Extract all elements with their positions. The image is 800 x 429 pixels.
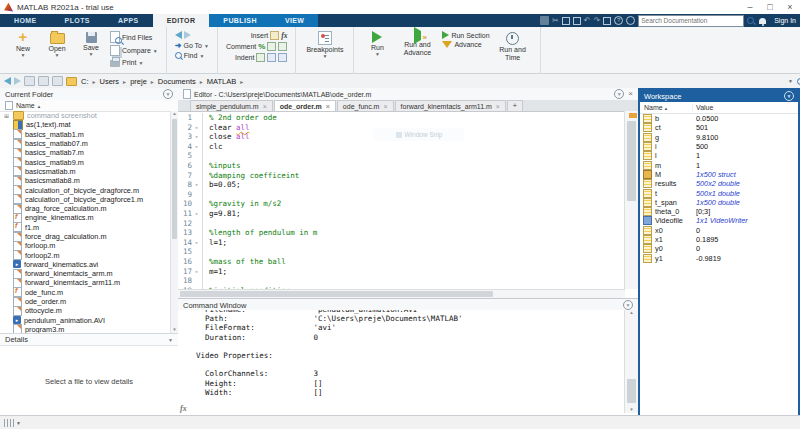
find-files-button[interactable]: Find Files (110, 31, 158, 43)
comment-icon[interactable]: % (258, 42, 265, 51)
nav-forward-icon[interactable] (14, 77, 21, 85)
back-icon[interactable] (175, 31, 182, 39)
editor-close-icon[interactable]: × (628, 90, 633, 98)
run-section-button[interactable]: Run Section (442, 31, 489, 39)
find-button[interactable]: Find▼ (175, 52, 209, 59)
file-row[interactable]: f1.m (0, 223, 171, 232)
workspace-row[interactable]: t_span1x500 double (640, 198, 798, 207)
status-layout-icon[interactable] (4, 419, 14, 427)
panel-menu-icon[interactable]: ▼ (163, 89, 173, 99)
insert-section-icon[interactable] (270, 31, 279, 40)
workspace-row[interactable]: M1x500 struct (640, 170, 798, 179)
close-tab-icon[interactable]: × (263, 103, 267, 110)
goto-button[interactable]: ➜Go To▼ (175, 41, 209, 50)
function-hints-fx-icon[interactable]: fx (180, 404, 187, 413)
paste-icon[interactable] (573, 17, 581, 25)
maximize-icon[interactable]: □ (760, 1, 780, 14)
file-row[interactable]: forloop2.m (0, 250, 171, 259)
file-row[interactable]: basics_matlab9.m (0, 157, 171, 166)
open-button[interactable]: Open▼ (40, 29, 74, 58)
print-button[interactable]: Print▼ (110, 58, 158, 67)
file-row[interactable]: forward_kinemtacis_arm11.m (0, 278, 171, 287)
sign-in-link[interactable]: Sign In (774, 17, 796, 24)
compare-button[interactable]: Compare▼ (110, 45, 158, 56)
editor-tab[interactable]: forward_kinemtacis_arm11.m× (395, 100, 506, 111)
breadcrumb-segment[interactable]: Users (99, 77, 121, 86)
indent-right-icon[interactable] (267, 53, 276, 62)
switch-windows-icon[interactable] (603, 17, 611, 25)
workspace-row[interactable]: Videofile1x1 VideoWriter (640, 216, 798, 225)
run-and-advance-button[interactable]: » Run and Advance (394, 29, 440, 58)
file-row[interactable]: basicsmatlab8.m (0, 176, 171, 185)
file-row[interactable]: ▸pendulum_animation.AVI (0, 316, 171, 325)
notification-bell-icon[interactable] (759, 18, 766, 24)
file-row[interactable]: ottocycle.m (0, 306, 171, 315)
community-icon[interactable] (626, 16, 635, 25)
search-documentation-input[interactable] (638, 15, 744, 27)
ribbon-tab-editor[interactable]: EDITOR (153, 14, 210, 27)
command-window-scrollbar[interactable]: ▲ ▼ (624, 310, 638, 413)
quick-save-icon[interactable] (540, 16, 549, 25)
nav-back-icon[interactable] (4, 77, 11, 85)
smart-indent-icon[interactable] (256, 53, 265, 62)
details-header[interactable]: Details ▼ (0, 333, 178, 346)
file-row[interactable]: basics_matlab1.m (0, 130, 171, 139)
workspace-row[interactable]: m1 (640, 160, 798, 169)
editor-panel-menu-icon[interactable]: ▼ (614, 89, 624, 99)
ribbon-tab-plots[interactable]: PLOTS (51, 14, 104, 27)
close-icon[interactable]: × (780, 1, 800, 14)
workspace-row[interactable]: x00 (640, 226, 798, 235)
file-row[interactable]: drag_force_calculation.m (0, 204, 171, 213)
uncomment-icon[interactable] (267, 42, 276, 51)
workspace-row[interactable]: x10.1895 (640, 235, 798, 244)
workspace-column-headers[interactable]: Name▴ Value (640, 102, 798, 114)
close-tab-icon[interactable]: × (496, 103, 500, 110)
file-row[interactable]: engine_kinematics.m (0, 213, 171, 222)
code-analyzer-warning-marker[interactable] (629, 113, 637, 118)
file-list-scrollbar[interactable]: ▲ ▼ (170, 111, 178, 333)
file-row[interactable]: ⊞command screenshot (0, 111, 171, 120)
search-icon[interactable] (747, 17, 754, 24)
wrap-comments-icon[interactable] (278, 42, 287, 51)
file-row[interactable]: forloop.m (0, 241, 171, 250)
workspace-row[interactable]: results500x2 double (640, 179, 798, 188)
workspace-row[interactable]: i500 (640, 142, 798, 151)
help-icon[interactable]: ? (614, 16, 623, 25)
insert-row[interactable]: Insertfx (251, 31, 288, 40)
undo-icon[interactable]: ↶ (584, 16, 591, 25)
breadcrumb-segment[interactable]: C: (80, 77, 90, 86)
new-button[interactable]: + New▼ (6, 29, 40, 58)
workspace-row[interactable]: b0.0500 (640, 114, 798, 123)
insert-function-icon[interactable]: fx (281, 31, 287, 40)
file-row[interactable]: basics_matlab07.m (0, 139, 171, 148)
workspace-row[interactable]: theta_0[0;3] (640, 207, 798, 216)
workspace-row[interactable]: y1-0.9819 (640, 253, 798, 262)
workspace-row[interactable]: t500x1 double (640, 188, 798, 197)
new-tab-button[interactable]: + (507, 100, 523, 111)
workspace-row[interactable]: g9.8100 (640, 133, 798, 142)
command-window-output[interactable]: Filename: 'pendulum_animation.AVI' Path:… (178, 310, 625, 413)
file-row[interactable]: basics_matlab7.m (0, 148, 171, 157)
file-row[interactable]: program3.m (0, 325, 171, 333)
save-button[interactable]: Save▼ (74, 29, 108, 57)
file-row[interactable]: ode_order.m (0, 297, 171, 306)
ribbon-tab-home[interactable]: HOME (0, 14, 51, 27)
editor-tab[interactable]: simple_pendulum.m× (190, 100, 273, 111)
file-row[interactable]: forward_kinemtacis_arm.m (0, 269, 171, 278)
status-layout-dropdown-icon[interactable]: ▼ (16, 421, 21, 425)
workspace-row[interactable]: l1 (640, 151, 798, 160)
workspace-menu-icon[interactable]: ▼ (784, 91, 794, 101)
file-row[interactable]: calculation_of_bicycle_dragforce.m (0, 185, 171, 194)
collapse-details-icon[interactable]: ▼ (168, 337, 173, 343)
folder-actions-icon[interactable] (52, 76, 63, 86)
file-row[interactable]: calculation_of_bicycle_dragforce1.m (0, 195, 171, 204)
run-and-time-button[interactable]: Run and Time (492, 29, 534, 63)
workspace-row[interactable]: y00 (640, 244, 798, 253)
indent-left-icon[interactable] (278, 53, 287, 62)
ribbon-tab-publish[interactable]: PUBLISH (209, 14, 271, 27)
breadcrumb-segment[interactable]: preje (129, 77, 148, 86)
breakpoints-button[interactable]: Breakpoints▼ (302, 29, 347, 59)
file-row[interactable]: basicsmatlab.m (0, 167, 171, 176)
forward-icon[interactable] (184, 31, 191, 39)
ribbon-tab-apps[interactable]: APPS (104, 14, 153, 27)
